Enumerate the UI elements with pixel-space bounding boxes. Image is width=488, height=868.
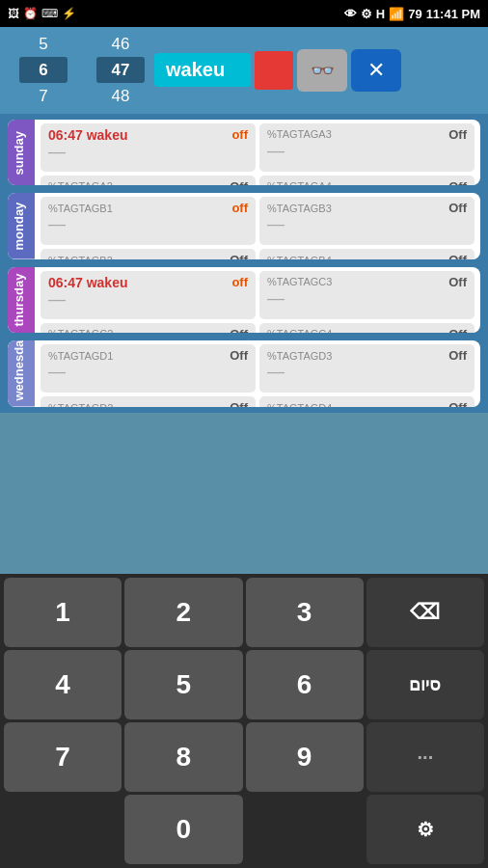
- sunday-dash-3: —: [267, 142, 467, 159]
- monday-card: monday %TAGTAGB1 off — %TAGTAGB3 Off — %…: [8, 193, 480, 259]
- more-icon: ···: [418, 746, 434, 769]
- sunday-dash-1: —: [48, 143, 248, 160]
- wednesday-dash-1: —: [48, 363, 248, 380]
- minute-picker[interactable]: 46 47 48: [77, 31, 154, 110]
- monday-tag-2: %TAGTAGB2: [48, 255, 113, 259]
- sunday-slot-2[interactable]: %TAGTAGA2 Off —: [41, 176, 256, 186]
- sunday-tag-4: %TAGTAGA4: [267, 180, 332, 185]
- thursday-toggle-1[interactable]: off: [231, 275, 248, 289]
- key-7[interactable]: 7: [4, 722, 122, 792]
- thursday-slot-3[interactable]: %TAGTAGC3 Off —: [259, 271, 474, 319]
- hour-6-selected[interactable]: 6: [19, 57, 68, 83]
- monday-toggle-4[interactable]: Off: [448, 253, 467, 259]
- wake-label[interactable]: wakeu: [154, 53, 251, 87]
- monday-toggle-1[interactable]: off: [231, 201, 248, 215]
- close-button[interactable]: ✕: [351, 49, 401, 92]
- minute-48[interactable]: 48: [112, 83, 130, 109]
- key-4[interactable]: 4: [4, 650, 122, 719]
- thursday-label: thursday: [8, 267, 35, 334]
- thursday-tag-4: %TAGTAGC4: [267, 328, 332, 333]
- key-3[interactable]: 3: [246, 578, 364, 647]
- bolt-icon: ⚡: [62, 7, 76, 20]
- eye-icon: 👁: [344, 7, 357, 21]
- wednesday-tag-3: %TAGTAGD3: [267, 350, 332, 362]
- wednesday-tag-1: %TAGTAGD1: [48, 350, 113, 362]
- key-2[interactable]: 2: [124, 578, 242, 647]
- monday-dash-1: —: [48, 215, 248, 232]
- sunday-slot-1[interactable]: 06:47 wakeu off —: [41, 123, 256, 172]
- sunday-content: 06:47 wakeu off — %TAGTAGA3 Off — %TAGTA…: [35, 120, 480, 186]
- monday-slot-4[interactable]: %TAGTAGB4 Off —: [259, 249, 474, 259]
- key-8[interactable]: 8: [124, 722, 242, 792]
- monday-slot-3[interactable]: %TAGTAGB3 Off —: [259, 197, 474, 245]
- photo-icon: 🖼: [8, 7, 19, 20]
- key-finish[interactable]: סיום: [366, 650, 484, 719]
- sunday-toggle-3[interactable]: Off: [448, 127, 467, 142]
- key-5[interactable]: 5: [124, 650, 242, 719]
- status-bar: 🖼 ⏰ ⌨ ⚡ 👁 ⚙ H 📶 79 11:41 PM: [0, 0, 488, 27]
- wednesday-slot-2[interactable]: %TAGTAGD2 Off —: [41, 396, 256, 407]
- thursday-slot-2[interactable]: %TAGTAGC2 Off —: [41, 323, 256, 334]
- monday-tag-3: %TAGTAGB3: [267, 203, 332, 214]
- time-display: 11:41 PM: [426, 7, 480, 21]
- backspace-icon: ⌫: [410, 600, 440, 625]
- wednesday-toggle-1[interactable]: Off: [230, 348, 248, 363]
- wednesday-slot-3[interactable]: %TAGTAGD3 Off —: [259, 344, 474, 393]
- sunday-tag-3: %TAGTAGA3: [267, 128, 332, 140]
- thursday-toggle-4[interactable]: Off: [448, 327, 467, 334]
- monday-toggle-3[interactable]: Off: [448, 201, 467, 215]
- picker-area: 5 6 7 46 47 48 wakeu 👓 ✕: [0, 27, 488, 114]
- wednesday-toggle-4[interactable]: Off: [448, 400, 467, 407]
- minute-46[interactable]: 46: [112, 31, 130, 57]
- monday-content: %TAGTAGB1 off — %TAGTAGB3 Off — %TAGTAGB…: [35, 193, 480, 259]
- key-0[interactable]: 0: [124, 795, 242, 864]
- thursday-toggle-3[interactable]: Off: [448, 275, 467, 289]
- wednesday-toggle-3[interactable]: Off: [448, 348, 467, 363]
- gear-icon: ⚙: [417, 818, 434, 841]
- sunday-slot-3[interactable]: %TAGTAGA3 Off —: [259, 123, 474, 172]
- status-left: 🖼 ⏰ ⌨ ⚡: [8, 7, 76, 20]
- minute-47-selected[interactable]: 47: [96, 57, 145, 83]
- monday-tag-1: %TAGTAGB1: [48, 203, 113, 214]
- finish-label: סיום: [409, 674, 441, 695]
- wednesday-slot-4[interactable]: %TAGTAGD4 Off —: [259, 396, 474, 407]
- keyboard: 1 2 3 ⌫ 4 5 6 סיום 7 8 9 ··· 0 ⚙: [0, 574, 488, 868]
- sunday-toggle-4[interactable]: Off: [448, 179, 467, 186]
- key-1[interactable]: 1: [4, 578, 122, 647]
- key-settings[interactable]: ⚙: [366, 795, 484, 864]
- hour-picker[interactable]: 5 6 7: [0, 31, 77, 110]
- wednesday-toggle-2[interactable]: Off: [230, 400, 248, 407]
- sunday-toggle-2[interactable]: Off: [230, 179, 248, 186]
- hour-7[interactable]: 7: [39, 83, 47, 109]
- hour-5[interactable]: 5: [39, 31, 47, 57]
- color-indicator[interactable]: [255, 51, 293, 90]
- sunday-slot-4[interactable]: %TAGTAGA4 Off —: [259, 176, 474, 186]
- key-9[interactable]: 9: [246, 722, 364, 792]
- glasses-icon: 👓: [311, 59, 335, 82]
- key-more[interactable]: ···: [366, 722, 484, 792]
- wednesday-tag-2: %TAGTAGD2: [48, 402, 113, 407]
- thursday-slot-1[interactable]: 06:47 wakeu off —: [41, 271, 256, 319]
- close-icon: ✕: [367, 58, 385, 83]
- thursday-slot-4[interactable]: %TAGTAGC4 Off —: [259, 323, 474, 334]
- monday-tag-4: %TAGTAGB4: [267, 255, 332, 259]
- wednesday-content: %TAGTAGD1 Off — %TAGTAGD3 Off — %TAGTAGD…: [35, 340, 480, 407]
- thursday-dash-3: —: [267, 289, 467, 307]
- sunday-label: sunday: [8, 120, 35, 186]
- thursday-dash-1: —: [48, 290, 248, 308]
- battery-level: 79: [408, 7, 421, 21]
- wednesday-slot-1[interactable]: %TAGTAGD1 Off —: [41, 344, 256, 393]
- sunday-toggle-1[interactable]: off: [231, 127, 248, 142]
- monday-label: monday: [8, 193, 35, 259]
- key-6[interactable]: 6: [246, 650, 364, 719]
- settings-icon: ⚙: [361, 7, 372, 21]
- monday-slot-2[interactable]: %TAGTAGB2 Off —: [41, 249, 256, 259]
- glasses-button[interactable]: 👓: [297, 49, 347, 92]
- key-backspace[interactable]: ⌫: [366, 578, 484, 647]
- monday-slot-1[interactable]: %TAGTAGB1 off —: [41, 197, 256, 245]
- alarm-list: sunday 06:47 wakeu off — %TAGTAGA3 Off —…: [0, 114, 488, 413]
- monday-toggle-2[interactable]: Off: [230, 253, 248, 259]
- keyboard-icon: ⌨: [41, 7, 58, 20]
- thursday-tag-2: %TAGTAGC2: [48, 328, 113, 333]
- thursday-toggle-2[interactable]: Off: [230, 327, 248, 334]
